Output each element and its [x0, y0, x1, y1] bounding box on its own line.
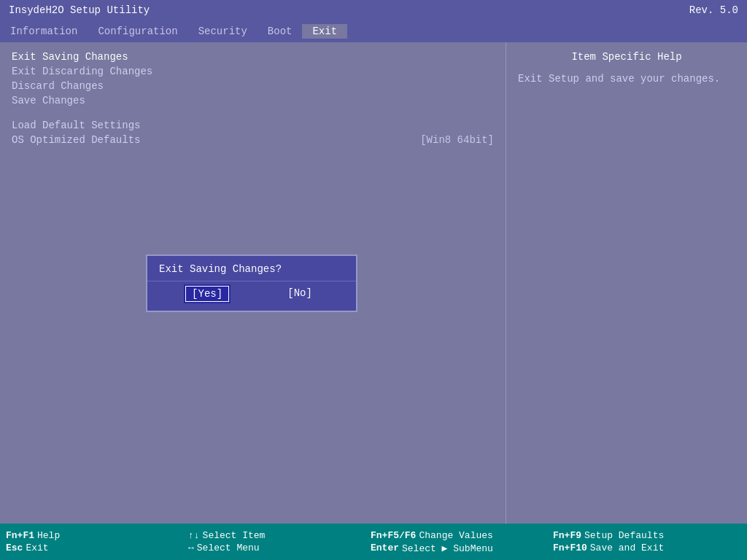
status-desc: Select ▶ SubMenu: [402, 542, 493, 554]
right-panel: Item Specific Help Exit Setup and save y…: [506, 42, 747, 524]
menu-item-information[interactable]: Information: [0, 24, 88, 39]
menu-item-exit[interactable]: Exit: [302, 24, 347, 39]
status-key: Fn+F1: [6, 530, 34, 541]
status-item: ↔ Select Menu: [188, 542, 371, 553]
status-item: Fn+F9 Setup Defaults: [553, 530, 735, 541]
status-item: Fn+F5/F6 Change Values: [371, 530, 553, 541]
status-item: Enter Select ▶ SubMenu: [371, 542, 553, 554]
status-bar: Fn+F1 Help↑↓ Select ItemFn+F5/F6 Change …: [0, 524, 747, 560]
status-key: Enter: [371, 542, 399, 553]
status-desc: Setup Defaults: [584, 530, 664, 541]
dialog-overlay: Exit Saving Changes? [Yes][No]: [0, 42, 503, 524]
help-text: Exit Setup and save your changes.: [518, 71, 735, 87]
status-desc: Select Item: [203, 530, 266, 541]
status-desc: Help: [37, 530, 60, 541]
menu-bar[interactable]: InformationConfigurationSecurityBootExit: [0, 20, 747, 42]
status-row-1: Fn+F1 Help↑↓ Select ItemFn+F5/F6 Change …: [0, 529, 747, 542]
status-desc: Exit: [26, 542, 48, 553]
status-desc: Change Values: [419, 530, 492, 541]
status-desc: Save and Exit: [590, 542, 664, 553]
status-key: ↑↓: [188, 530, 200, 541]
status-item: Fn+F1 Help: [6, 530, 188, 541]
status-key: Fn+F10: [553, 542, 587, 553]
dialog-buttons[interactable]: [Yes][No]: [147, 281, 356, 311]
menu-item-security[interactable]: Security: [188, 24, 258, 39]
confirm-dialog: Exit Saving Changes? [Yes][No]: [146, 254, 357, 312]
title-bar: InsydeH2O Setup Utility Rev. 5.0: [0, 0, 747, 20]
menu-item-configuration[interactable]: Configuration: [88, 24, 187, 39]
status-key: Esc: [6, 542, 23, 553]
status-item: Esc Exit: [6, 542, 188, 553]
status-desc: Select Menu: [197, 542, 260, 553]
app-title: InsydeH2O Setup Utility: [9, 4, 150, 16]
menu-item-boot[interactable]: Boot: [258, 24, 303, 39]
status-row-2: Esc Exit↔ Select MenuEnter Select ▶ SubM…: [0, 542, 747, 555]
help-panel-title: Item Specific Help: [518, 51, 735, 63]
dialog-btn-no[interactable]: [No]: [282, 286, 318, 302]
status-key: ↔: [188, 542, 194, 553]
dialog-btn-yes[interactable]: [Yes]: [185, 286, 229, 302]
status-item: ↑↓ Select Item: [188, 530, 371, 541]
status-item: Fn+F10 Save and Exit: [553, 542, 735, 553]
revision: Rev. 5.0: [689, 4, 738, 16]
dialog-title: Exit Saving Changes?: [147, 256, 356, 281]
status-key: Fn+F5/F6: [371, 530, 416, 541]
status-key: Fn+F9: [553, 530, 581, 541]
